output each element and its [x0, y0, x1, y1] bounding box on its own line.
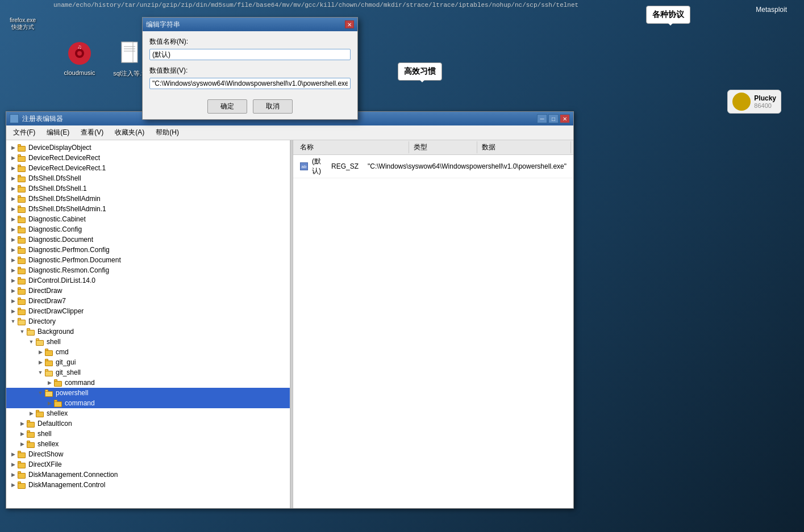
tree-expander-22[interactable]: ▼ [36, 368, 45, 377]
cancel-button[interactable]: 取消 [253, 99, 293, 114]
tree-expander-11[interactable]: ▶ [9, 255, 18, 265]
tree-expander-3[interactable]: ▶ [9, 174, 18, 183]
tree-expander-10[interactable]: ▶ [9, 245, 18, 254]
tree-item-3[interactable]: ▶ DfsShell.DfsShell [6, 173, 290, 183]
col-name[interactable]: 名称 [295, 141, 409, 153]
tree-item-27[interactable]: ▶ DefaultIcon [6, 418, 290, 429]
minimize-button[interactable]: ─ [537, 114, 547, 123]
regedit-title: 注册表编辑器 [22, 114, 63, 124]
tree-expander-15[interactable]: ▶ [9, 296, 18, 305]
dialog-close-button[interactable]: ✕ [345, 20, 354, 28]
tree-expander-5[interactable]: ▶ [9, 194, 18, 203]
tree-item-17[interactable]: ▼ Directory [6, 316, 290, 326]
tree-item-12[interactable]: ▶ Diagnostic.Resmon.Config [6, 265, 290, 275]
tree-item-23[interactable]: ▶ command [6, 378, 290, 388]
tree-item-21[interactable]: ▶ git_gui [6, 357, 290, 367]
reg-row-0[interactable]: ab (默认) REG_SZ "C:\Windows\syswow64\Wind… [293, 155, 573, 178]
data-input[interactable] [149, 78, 351, 89]
regedit-window: 注册表编辑器 ─ □ ✕ 文件(F) 编辑(E) 查看(V) 收藏夹(A) 帮助… [6, 111, 574, 509]
regedit-menubar: 文件(F) 编辑(E) 查看(V) 收藏夹(A) 帮助(H) [6, 125, 573, 140]
tree-expander-33[interactable]: ▶ [9, 480, 18, 489]
tree-item-22[interactable]: ▼ git_shell [6, 367, 290, 378]
tree-item-2[interactable]: ▶ DeviceRect.DeviceRect.1 [6, 163, 290, 173]
tree-item-31[interactable]: ▶ DirectXFile [6, 459, 290, 470]
value-icon-0: ab [300, 162, 308, 170]
tree-expander-12[interactable]: ▶ [9, 266, 18, 275]
plucky-score: 86400 [754, 102, 776, 109]
tree-item-28[interactable]: ▶ shell [6, 429, 290, 439]
tree-expander-2[interactable]: ▶ [9, 164, 18, 173]
col-data[interactable]: 数据 [477, 141, 571, 153]
tree-expander-27[interactable]: ▶ [18, 419, 27, 428]
tree-item-11[interactable]: ▶ Diagnostic.Perfmon.Document [6, 255, 290, 265]
tree-item-5[interactable]: ▶ DfsShell.DfsShellAdmin [6, 194, 290, 204]
close-button[interactable]: ✕ [560, 114, 570, 123]
tree-item-13[interactable]: ▶ DirControl.DirList.14.0 [6, 275, 290, 286]
tree-expander-14[interactable]: ▶ [9, 286, 18, 295]
col-type[interactable]: 类型 [409, 141, 477, 153]
tree-expander-9[interactable]: ▶ [9, 235, 18, 244]
svg-rect-5 [122, 42, 133, 62]
tree-expander-1[interactable]: ▶ [9, 153, 18, 162]
dialog-title: 编辑字符串 [146, 20, 180, 30]
tree-expander-23[interactable]: ▶ [45, 378, 54, 387]
tree-expander-16[interactable]: ▶ [9, 307, 18, 316]
tree-expander-32[interactable]: ▶ [9, 470, 18, 479]
ok-button[interactable]: 确定 [207, 99, 247, 114]
cloudmusic-icon[interactable]: ♫ cloudmusic [57, 40, 102, 76]
tree-item-24[interactable]: ▼ powershell [6, 388, 290, 398]
tree-item-7[interactable]: ▶ Diagnostic.Cabinet [6, 214, 290, 224]
menu-view[interactable]: 查看(V) [76, 127, 108, 139]
tree-expander-26[interactable]: ▶ [27, 409, 36, 418]
tree-item-32[interactable]: ▶ DiskManagement.Connection [6, 470, 290, 480]
tree-expander-31[interactable]: ▶ [9, 460, 18, 469]
tree-item-1[interactable]: ▶ DeviceRect.DeviceRect [6, 153, 290, 163]
tree-item-25[interactable]: ▶ command [6, 398, 290, 408]
tree-panel[interactable]: ▶ DeviceDisplayObject ▶ DeviceRect.Devic… [6, 140, 290, 508]
tree-item-10[interactable]: ▶ Diagnostic.Perfmon.Config [6, 245, 290, 255]
tree-expander-30[interactable]: ▶ [9, 450, 18, 459]
tree-expander-20[interactable]: ▶ [36, 347, 45, 357]
tree-expander-19[interactable]: ▼ [27, 337, 36, 346]
tree-expander-0[interactable]: ▶ [9, 143, 18, 152]
tree-item-4[interactable]: ▶ DfsShell.DfsShell.1 [6, 183, 290, 194]
menu-favorites[interactable]: 收藏夹(A) [110, 127, 149, 139]
tree-expander-13[interactable]: ▶ [9, 276, 18, 285]
tree-expander-7[interactable]: ▶ [9, 215, 18, 224]
tree-item-8[interactable]: ▶ Diagnostic.Config [6, 224, 290, 234]
maximize-button[interactable]: □ [548, 114, 559, 123]
tree-expander-4[interactable]: ▶ [9, 184, 18, 193]
tree-expander-6[interactable]: ▶ [9, 204, 18, 213]
tree-expander-28[interactable]: ▶ [18, 429, 27, 438]
tree-expander-17[interactable]: ▼ [9, 317, 18, 326]
name-input[interactable] [149, 49, 351, 60]
tree-expander-25[interactable]: ▶ [45, 399, 54, 408]
tree-expander-8[interactable]: ▶ [9, 225, 18, 234]
tree-expander-24[interactable]: ▼ [36, 388, 45, 397]
tree-item-19[interactable]: ▼ shell [6, 337, 290, 347]
tree-item-30[interactable]: ▶ DirectShow [6, 449, 290, 459]
firefox-icon-area[interactable]: firefox.exe 快捷方式 [0, 17, 45, 31]
menu-edit[interactable]: 编辑(E) [42, 127, 74, 139]
tree-expander-29[interactable]: ▶ [18, 439, 27, 449]
menu-file[interactable]: 文件(F) [9, 127, 40, 139]
tree-expander-18[interactable]: ▼ [18, 327, 27, 336]
menu-help[interactable]: 帮助(H) [151, 127, 184, 139]
tree-item-18[interactable]: ▼ Background [6, 326, 290, 337]
tree-item-29[interactable]: ▶ shellex [6, 439, 290, 449]
tree-item-9[interactable]: ▶ Diagnostic.Document [6, 234, 290, 245]
tree-item-14[interactable]: ▶ DirectDraw [6, 286, 290, 296]
tree-expander-21[interactable]: ▶ [36, 358, 45, 367]
tree-item-26[interactable]: ▶ shellex [6, 408, 290, 418]
tree-label-24: powershell [56, 389, 88, 397]
tree-label-17: Directory [28, 317, 56, 325]
tree-item-15[interactable]: ▶ DirectDraw7 [6, 296, 290, 306]
tree-item-0[interactable]: ▶ DeviceDisplayObject [6, 143, 290, 153]
tree-item-6[interactable]: ▶ DfsShell.DfsShellAdmin.1 [6, 204, 290, 214]
tree-item-16[interactable]: ▶ DirectDrawClipper [6, 306, 290, 316]
folder-icon-19 [36, 338, 45, 346]
tree-label-25: command [65, 399, 95, 407]
folder-icon-25 [54, 399, 63, 407]
tree-item-20[interactable]: ▶ cmd [6, 347, 290, 357]
tree-item-33[interactable]: ▶ DiskManagement.Control [6, 480, 290, 490]
